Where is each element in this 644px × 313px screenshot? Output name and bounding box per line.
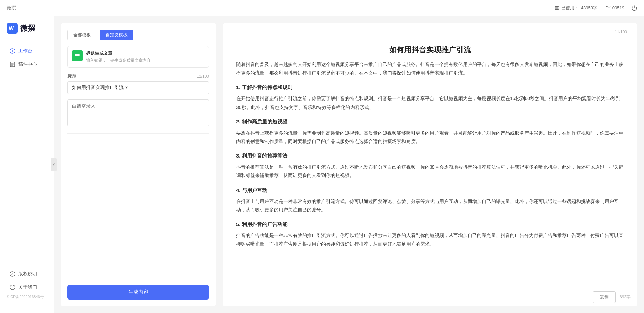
topbar-usage: 已使用： 43953字 (554, 5, 597, 11)
sidebar-nav: 工作台 稿件中心 (0, 44, 54, 263)
power-icon[interactable] (631, 5, 637, 11)
article-heading: 4. 与用户互动 (236, 186, 624, 195)
sidebar-item-copyright[interactable]: © 版权说明 (3, 267, 51, 280)
title-count: 12/100 (197, 74, 209, 79)
drafts-icon (9, 61, 16, 67)
svg-rect-0 (555, 6, 559, 7)
sidebar-item-label-about: 关于我们 (18, 284, 37, 290)
svg-text:W: W (9, 26, 14, 31)
article-paragraph: 在抖音上与用户互动是一种非常有效的推广引流方式。你可以通过回复评论、点赞、分享等… (236, 197, 624, 214)
topbar-title: 微撰 (7, 5, 16, 11)
sidebar-item-label-drafts: 稿件中心 (18, 61, 37, 67)
sidebar-logo: W 微撰 (0, 23, 54, 44)
copy-button[interactable]: 复制 (593, 291, 616, 303)
logo-icon: W (7, 23, 18, 34)
topbar-id: ID:100519 (604, 5, 624, 10)
content-area: 全部模板 自定义模板 标题生成文章 输入标题，一键生成高质量文章内容 标题 (54, 16, 644, 313)
article-heading: 5. 利用抖音的广告功能 (236, 220, 624, 229)
sidebar-item-workbench[interactable]: 工作台 (3, 45, 51, 57)
sidebar-item-label-workbench: 工作台 (18, 48, 32, 54)
sidebar-bottom: © 版权说明 i 关于我们 ©ICP备2022016846号 (0, 263, 54, 306)
topbar: 微撰 已使用： 43953字 ID:100519 (0, 0, 644, 16)
article-paragraph: 随着抖音的普及，越来越多的人开始利用这个短视频分享平台来推广自己的产品或服务。抖… (236, 60, 624, 77)
right-panel: 11/100 如何用抖音实现推广引流 随着抖音的普及，越来越多的人开始利用这个短… (223, 23, 637, 306)
content-form-group (67, 99, 209, 126)
right-panel-header: 11/100 (223, 23, 637, 38)
template-card-desc: 输入标题，一键生成高质量文章内容 (86, 58, 205, 63)
topbar-right: 已使用： 43953字 ID:100519 (554, 5, 637, 11)
main-layout: W 微撰 工作台 稿件中心 (0, 16, 644, 313)
article-heading: 3. 利用抖音的推荐算法 (236, 151, 624, 160)
usage-value: 43953字 (581, 5, 597, 11)
database-icon (554, 5, 559, 11)
right-bottom-bar: 复制 693字 (223, 288, 637, 306)
left-panel: 全部模板 自定义模板 标题生成文章 输入标题，一键生成高质量文章内容 标题 (61, 23, 216, 306)
content-textarea[interactable] (67, 99, 209, 126)
sidebar-footer: ©ICP备2022016846号 (0, 294, 54, 300)
template-card-icon (72, 50, 83, 61)
title-form-group: 标题 12/100 (67, 73, 209, 94)
template-card-info: 标题生成文章 输入标题，一键生成高质量文章内容 (86, 50, 205, 63)
workbench-icon (9, 48, 16, 54)
tab-all-templates[interactable]: 全部模板 (67, 30, 96, 40)
sidebar-item-drafts[interactable]: 稿件中心 (3, 58, 51, 71)
generate-button[interactable]: 生成内容 (67, 285, 209, 300)
svg-text:i: i (12, 286, 13, 289)
about-icon: i (9, 284, 16, 290)
word-count: 693字 (620, 294, 631, 300)
article-heading: 2. 制作高质量的短视频 (236, 117, 624, 126)
svg-rect-1 (555, 7, 559, 8)
title-input[interactable] (67, 81, 209, 94)
article-content: 随着抖音的普及，越来越多的人开始利用这个短视频分享平台来推广自己的产品或服务。抖… (223, 60, 637, 306)
copyright-icon: © (9, 271, 16, 277)
article-heading: 1. 了解抖音的特点和规则 (236, 83, 624, 92)
article-paragraph: 要想在抖音上获得更多的流量，你需要制作高质量的短视频。高质量的短视频能够吸引更多… (236, 129, 624, 146)
svg-text:©: © (11, 273, 13, 276)
article-paragraph: 抖音的推荐算法是一种非常有效的推广引流方式。通过不断地发布和分享自己的短视频，你… (236, 163, 624, 180)
article-title: 如何用抖音实现推广引流 (223, 38, 637, 60)
title-label: 标题 (67, 73, 76, 79)
tab-custom-templates[interactable]: 自定义模板 (100, 30, 133, 40)
sidebar-item-label-copyright: 版权说明 (18, 271, 37, 277)
svg-rect-2 (555, 9, 559, 10)
article-paragraph: 抖音的广告功能是一种非常有效的推广引流方式。你可以通过广告投放来让更多的人看到你… (236, 231, 624, 248)
logo-text: 微撰 (20, 23, 35, 33)
form-divider (67, 133, 209, 134)
article-paragraph: 在开始使用抖音进行推广引流之前，你需要了解抖音的特点和规则。抖音是一个短视频分享… (236, 94, 624, 111)
sidebar-collapse-button[interactable] (51, 158, 57, 171)
title-label-row: 标题 12/100 (67, 73, 209, 79)
template-card[interactable]: 标题生成文章 输入标题，一键生成高质量文章内容 (67, 46, 209, 68)
sidebar: W 微撰 工作台 稿件中心 (0, 16, 54, 313)
page-counter: 11/100 (615, 30, 627, 34)
sidebar-item-about[interactable]: i 关于我们 (3, 281, 51, 294)
template-tabs: 全部模板 自定义模板 (67, 30, 209, 40)
usage-label: 已使用： (561, 5, 579, 11)
template-card-title: 标题生成文章 (86, 50, 205, 56)
